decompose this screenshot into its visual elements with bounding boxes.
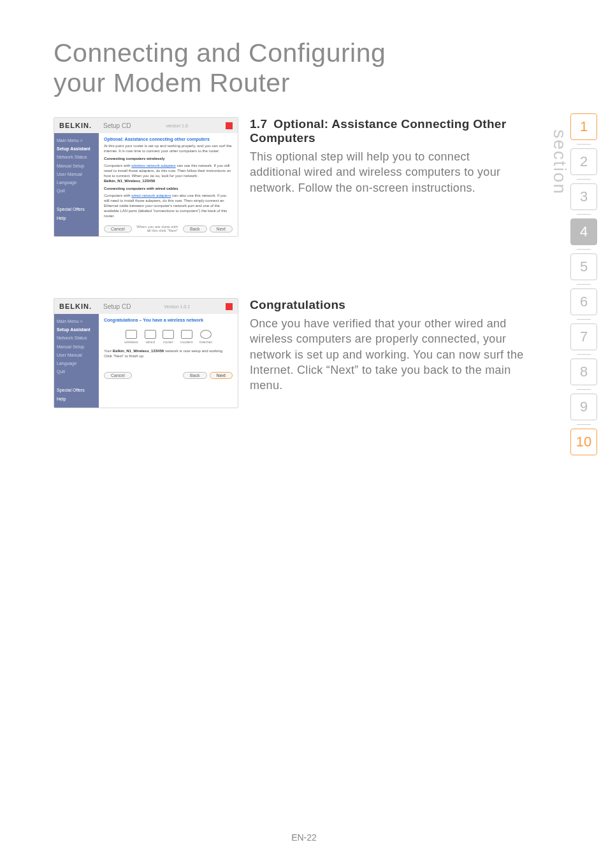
page-title: Connecting and Configuring your Modem Ro… [54, 38, 544, 98]
brand-logo: BELKIN. [59, 122, 92, 129]
sidebar-item-status[interactable]: Network Status [57, 334, 96, 341]
wizard-panel: Optional: Assistance connecting other co… [99, 133, 238, 236]
section-index: 1 2 3 4 5 6 7 8 9 10 [568, 113, 599, 459]
wired-body: Computers with wired network adapters ca… [104, 194, 233, 218]
divider [577, 179, 591, 180]
divider [577, 389, 591, 390]
sidebar-item-language[interactable]: Language [57, 179, 96, 186]
section-tab-9[interactable]: 9 [570, 394, 597, 420]
section-tab-4[interactable]: 4 [570, 218, 597, 245]
title-line-2: your Modem Router [54, 68, 290, 97]
window-titlebar: BELKIN. Setup CD Version 1.0.1 [54, 299, 238, 314]
divider [577, 144, 591, 145]
wireless-body: Computers with wireless network adapters… [104, 164, 233, 183]
window-subtitle: Setup CD [103, 122, 131, 129]
back-button[interactable]: Back [183, 225, 207, 232]
icon-label: wireless [124, 340, 138, 344]
section-tab-3[interactable]: 3 [570, 183, 597, 210]
divider [577, 319, 591, 320]
sidebar: Main Menu > Setup Assistant Network Stat… [54, 314, 99, 408]
wired-adapters-link[interactable]: wired network adapters [131, 194, 171, 197]
wizard-panel: Congratulations – You have a wireless ne… [99, 314, 238, 408]
next-button[interactable]: Next [210, 225, 233, 232]
sidebar-item-quit[interactable]: Quit [57, 368, 96, 375]
section-tab-7[interactable]: 7 [570, 324, 597, 350]
wizard-heading: Congratulations – You have a wireless ne… [104, 318, 233, 322]
window-subtitle: Setup CD [103, 303, 131, 310]
divider [577, 249, 591, 250]
sidebar-item-status[interactable]: Network Status [57, 153, 96, 160]
sidebar-item-user-manual[interactable]: User Manual [57, 171, 96, 178]
text: Computers with [104, 194, 131, 197]
text: Computers with [104, 164, 131, 167]
sidebar-item-manual-setup[interactable]: Manual Setup [57, 343, 96, 350]
block-congratulations: BELKIN. Setup CD Version 1.0.1 Main Menu… [54, 298, 524, 408]
block-assistance: BELKIN. Setup CD version 1.0 Main Menu >… [54, 117, 524, 237]
title-line-1: Connecting and Configuring [54, 38, 386, 68]
screenshot-congratulations: BELKIN. Setup CD Version 1.0.1 Main Menu… [54, 298, 238, 408]
wired-icon [145, 330, 156, 339]
sidebar-item-setup[interactable]: Setup Assistant [57, 145, 96, 152]
close-icon[interactable] [226, 122, 233, 129]
icon-label: wired [146, 340, 155, 344]
internet-icon [200, 330, 212, 339]
body-text-congratulations: Congratulations Once you have verified t… [250, 298, 524, 393]
sidebar: Main Menu > Setup Assistant Network Stat… [54, 133, 99, 236]
close-icon[interactable] [226, 303, 233, 310]
body-text-assistance: 1.7Optional: Assistance Connecting Other… [250, 117, 524, 196]
paragraph: Once you have verified that your other w… [250, 316, 524, 393]
text: Your [104, 349, 113, 353]
sidebar-item-help[interactable]: Help [57, 395, 96, 402]
divider [577, 424, 591, 425]
version-text: Version 1.0.1 [164, 304, 190, 309]
wireless-icon [126, 330, 137, 339]
screenshot-assistance: BELKIN. Setup CD version 1.0 Main Menu >… [54, 117, 238, 237]
brand-logo: BELKIN. [59, 302, 92, 310]
router-icon [163, 330, 174, 339]
divider [577, 214, 591, 215]
cancel-button[interactable]: Cancel [104, 372, 132, 379]
icon-label: internet [199, 340, 212, 344]
topology-icons: wireless wired router modem internet [104, 325, 233, 349]
heading-text: Optional: Assistance Connecting Other Co… [250, 117, 506, 145]
network-name: Belkin_N1_Wireless_123456 [113, 349, 164, 353]
section-tab-2[interactable]: 2 [570, 148, 597, 175]
paragraph: This optional step will help you to conn… [250, 149, 524, 196]
sidebar-item-manual-setup[interactable]: Manual Setup [57, 162, 96, 169]
icon-label: router [163, 340, 173, 344]
modem-icon [181, 330, 192, 339]
heading-number: 1.7 [250, 117, 267, 131]
section-tab-6[interactable]: 6 [570, 288, 597, 315]
section-label: section [549, 129, 570, 195]
sidebar-item-help[interactable]: Help [57, 215, 96, 222]
sidebar-item-user-manual[interactable]: User Manual [57, 352, 96, 359]
section-tab-10[interactable]: 10 [570, 429, 597, 455]
sidebar-item-offers[interactable]: Special Offers [57, 206, 96, 213]
section-tab-1[interactable]: 1 [570, 113, 597, 140]
divider [577, 284, 591, 285]
back-button[interactable]: Back [183, 372, 207, 379]
wired-subtitle: Connecting computers with wired cables [104, 187, 233, 192]
icon-label: modem [180, 340, 193, 344]
page-number: EN-22 [0, 832, 608, 843]
sidebar-item-quit[interactable]: Quit [57, 187, 96, 194]
heading-1-7: 1.7Optional: Assistance Connecting Other… [250, 117, 524, 145]
section-tab-8[interactable]: 8 [570, 359, 597, 385]
sidebar-item-main[interactable]: Main Menu > [57, 137, 96, 144]
sidebar-item-offers[interactable]: Special Offers [57, 387, 96, 394]
sidebar-item-language[interactable]: Language [57, 360, 96, 367]
status-line: Your Belkin_N1_Wireless_123456 network i… [104, 349, 233, 359]
wireless-adapters-link[interactable]: wireless network adapters [131, 164, 175, 167]
network-name: Belkin_N1_Wireless_123456 [104, 179, 155, 183]
sidebar-item-main[interactable]: Main Menu > [57, 318, 96, 325]
footer-note: When you are done with all this click "N… [134, 225, 178, 232]
sidebar-item-setup[interactable]: Setup Assistant [57, 326, 96, 333]
heading-congratulations: Congratulations [250, 298, 524, 312]
wireless-subtitle: Connecting computers wirelessly [104, 157, 233, 162]
version-text: version 1.0 [166, 124, 188, 128]
cancel-button[interactable]: Cancel [104, 225, 132, 232]
next-button[interactable]: Next [210, 372, 233, 379]
wizard-intro: At this point your router is set up and … [104, 144, 233, 154]
section-tab-5[interactable]: 5 [570, 253, 597, 280]
divider [577, 354, 591, 355]
